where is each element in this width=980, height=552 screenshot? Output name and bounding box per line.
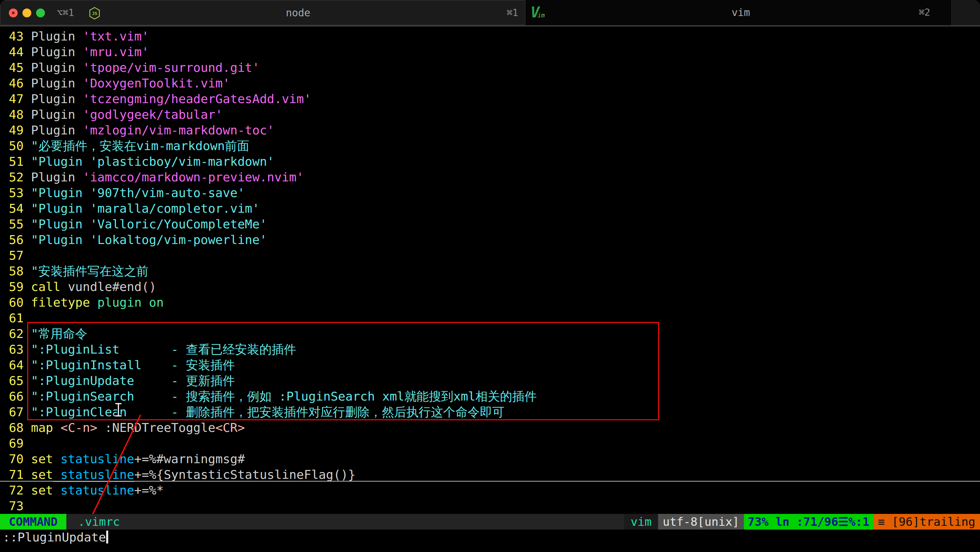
line-number: 59 bbox=[9, 279, 24, 295]
position-indicator: 73% ln :71/96☰%:1 bbox=[744, 514, 873, 530]
editor-line[interactable]: 51"Plugin 'plasticboy/vim-markdown' bbox=[0, 154, 980, 169]
code-token: 'DoxygenToolkit.vim' bbox=[83, 76, 230, 90]
code-token: 'mzlogin/vim-markdown-toc' bbox=[83, 123, 275, 137]
editor-line[interactable]: 44Plugin 'mru.vim' bbox=[0, 44, 980, 60]
editor-line[interactable]: 65":PluginUpdate - 更新插件 bbox=[0, 373, 980, 389]
window-shortcut-label: ⌥⌘1 bbox=[57, 0, 74, 25]
code-token: "Plugin 'maralla/completor.vim' bbox=[31, 202, 259, 215]
tab-vim[interactable]: Vim vim ⌘2 bbox=[526, 0, 980, 25]
line-number: 66 bbox=[9, 389, 24, 404]
editor-line[interactable]: 55"Plugin 'Valloric/YouCompleteMe' bbox=[0, 216, 980, 232]
command-input[interactable]: ::PluginUpdate bbox=[0, 530, 980, 545]
editor-line[interactable]: 45Plugin 'tpope/vim-surround.git' bbox=[0, 60, 980, 76]
editor-area[interactable]: 43Plugin 'txt.vim'44Plugin 'mru.vim'45Pl… bbox=[0, 27, 980, 514]
code-token: ":PluginInstall - 安装插件 bbox=[31, 358, 235, 372]
tab-bar-right-stub bbox=[951, 0, 980, 25]
code-token: <C-n> bbox=[53, 421, 97, 434]
editor-line[interactable]: 49Plugin 'mzlogin/vim-markdown-toc' bbox=[0, 122, 980, 138]
editor-line[interactable]: 54"Plugin 'maralla/completor.vim' bbox=[0, 201, 980, 216]
editor-line[interactable]: 70set statusline+=%#warningmsg# bbox=[0, 451, 980, 467]
code-token: set bbox=[31, 452, 53, 466]
code-token: Plugin bbox=[31, 60, 83, 75]
terminal-window: ⌥⌘1 JS node ⌘1 Vim vim ⌘2 43Plugin 'txt.… bbox=[0, 0, 980, 552]
tab-title-vim: vim bbox=[732, 0, 750, 25]
line-number: 47 bbox=[9, 91, 24, 107]
zoom-button[interactable] bbox=[36, 8, 45, 17]
encoding-indicator: utf-8[unix] bbox=[658, 514, 744, 530]
editor-line[interactable]: 71set statusline+=%{SyntasticStatuslineF… bbox=[0, 467, 980, 483]
code-token: call bbox=[31, 280, 60, 294]
tab-shortcut-1: ⌘1 bbox=[507, 0, 518, 25]
editor-line[interactable]: 52Plugin 'iamcco/markdown-preview.nvim' bbox=[0, 169, 980, 185]
line-number: 71 bbox=[9, 467, 24, 483]
line-number: 58 bbox=[9, 263, 24, 279]
editor-line[interactable]: 68map <C-n> :NERDTreeToggle<CR> bbox=[0, 420, 980, 436]
minimize-button[interactable] bbox=[22, 8, 31, 17]
line-number: 64 bbox=[9, 357, 24, 373]
line-number: 45 bbox=[9, 60, 24, 76]
close-button[interactable] bbox=[9, 8, 18, 17]
editor-line[interactable]: 50"必要插件，安装在vim-markdown前面 bbox=[0, 138, 980, 154]
tab-title-node: node bbox=[286, 0, 310, 25]
code-token: statusline bbox=[53, 468, 134, 482]
line-number: 54 bbox=[9, 201, 24, 216]
code-token: "Plugin 'Valloric/YouCompleteMe' bbox=[31, 217, 267, 231]
editor-line[interactable]: 73 bbox=[0, 498, 980, 514]
vim-icon: Vim bbox=[530, 5, 548, 21]
code-token: Plugin bbox=[31, 29, 83, 43]
code-token: "Plugin '907th/vim-auto-save' bbox=[31, 186, 245, 200]
code-token: "安装插件写在这之前 bbox=[31, 264, 149, 278]
editor-line[interactable]: 67":PluginClean - 删除插件，把安装插件对应行删除，然后执行这个… bbox=[0, 404, 980, 420]
line-number: 55 bbox=[9, 216, 24, 232]
code-token: Plugin bbox=[31, 170, 83, 184]
code-token: plugin on bbox=[90, 295, 164, 309]
line-number: 61 bbox=[9, 310, 24, 326]
svg-text:JS: JS bbox=[92, 11, 97, 16]
tab-node[interactable]: ⌥⌘1 JS node ⌘1 bbox=[0, 0, 525, 25]
editor-line[interactable]: 63":PluginList - 查看已经安装的插件 bbox=[0, 342, 980, 357]
line-number: 73 bbox=[9, 498, 24, 514]
filetype-indicator: vim bbox=[624, 514, 658, 530]
editor-line[interactable]: 58"安装插件写在这之前 bbox=[0, 263, 980, 279]
editor-line[interactable]: 72set statusline+=%* bbox=[0, 483, 980, 498]
editor-line[interactable]: 56"Plugin 'Lokaltog/vim-powerline' bbox=[0, 232, 980, 248]
code-token: <CR> bbox=[215, 421, 245, 434]
code-token: :NERDTreeToggle bbox=[97, 421, 215, 434]
code-token: +=%* bbox=[134, 483, 164, 497]
code-token: 'tpope/vim-surround.git' bbox=[83, 60, 259, 75]
editor-line[interactable]: 59call vundle#end() bbox=[0, 279, 980, 295]
code-token: statusline bbox=[53, 483, 134, 497]
editor-line[interactable]: 53"Plugin '907th/vim-auto-save' bbox=[0, 185, 980, 201]
code-token: vundle#end bbox=[60, 280, 142, 294]
code-token: 'mru.vim' bbox=[83, 45, 149, 59]
editor-line[interactable]: 57 bbox=[0, 248, 980, 263]
tab-bar: ⌥⌘1 JS node ⌘1 Vim vim ⌘2 bbox=[0, 0, 980, 27]
code-token: Plugin bbox=[31, 76, 83, 90]
code-token: 'tczengming/headerGatesAdd.vim' bbox=[83, 92, 311, 106]
line-number: 52 bbox=[9, 169, 24, 185]
code-token: "必要插件，安装在vim-markdown前面 bbox=[31, 139, 250, 153]
line-number: 44 bbox=[9, 44, 24, 60]
line-number: 48 bbox=[9, 107, 24, 122]
code-token: "Plugin 'plasticboy/vim-markdown' bbox=[31, 154, 274, 169]
code-token: +=%#warningmsg# bbox=[134, 452, 245, 466]
editor-line[interactable]: 69 bbox=[0, 436, 980, 451]
code-token: set bbox=[31, 483, 53, 497]
line-number: 65 bbox=[9, 373, 24, 389]
code-token: ":PluginUpdate - 更新插件 bbox=[31, 374, 235, 388]
editor-line[interactable]: 47Plugin 'tczengming/headerGatesAdd.vim' bbox=[0, 91, 980, 107]
editor-line[interactable]: 60filetype plugin on bbox=[0, 295, 980, 310]
line-number: 56 bbox=[9, 232, 24, 248]
editor-line[interactable]: 64":PluginInstall - 安装插件 bbox=[0, 357, 980, 373]
code-token: Plugin bbox=[31, 108, 83, 121]
editor-line[interactable]: 62"常用命令 bbox=[0, 326, 980, 342]
line-number: 43 bbox=[9, 29, 24, 44]
editor-line[interactable]: 66":PluginSearch - 搜索插件，例如 :PluginSearch… bbox=[0, 389, 980, 404]
editor-line[interactable]: 61 bbox=[0, 310, 980, 326]
text-cursor bbox=[106, 531, 108, 544]
editor-line[interactable]: 48Plugin 'godlygeek/tabular' bbox=[0, 107, 980, 122]
code-token: () bbox=[142, 280, 156, 294]
editor-line[interactable]: 43Plugin 'txt.vim' bbox=[0, 29, 980, 44]
editor-line[interactable]: 46Plugin 'DoxygenToolkit.vim' bbox=[0, 76, 980, 91]
whitespace-warning: ≡ [96]trailing bbox=[873, 514, 980, 530]
